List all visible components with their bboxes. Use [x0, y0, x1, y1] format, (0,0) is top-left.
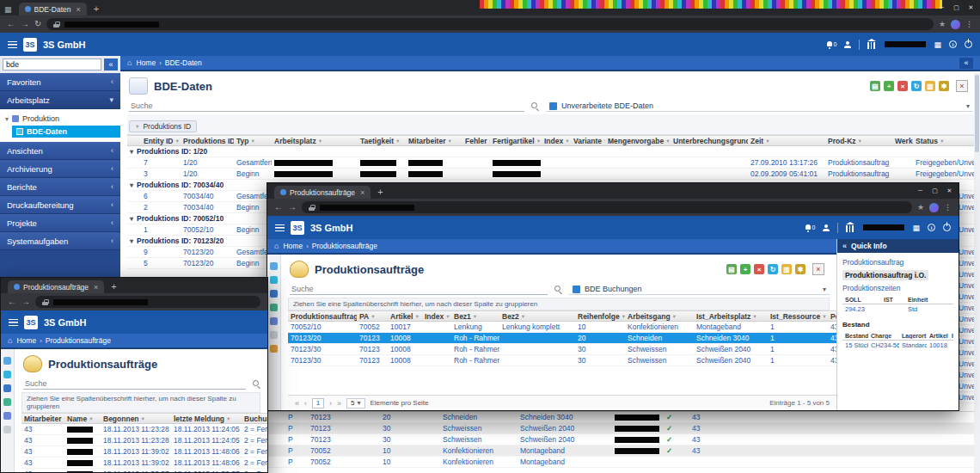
page-size-select[interactable]: 5▾ [346, 398, 364, 408]
table-row[interactable]: 15 StückCH234-567Standard10018 [842, 341, 953, 350]
logout-icon[interactable] [965, 40, 972, 48]
column-header[interactable]: Werk▼ [892, 137, 913, 145]
profile-avatar[interactable] [951, 20, 960, 29]
table-row[interactable]: 4318.11.2013 11:50:5718.11.2013 11:50:57… [21, 469, 267, 472]
group-chip[interactable]: ▼ Produktions ID [129, 120, 197, 132]
view-selector[interactable]: BDE Buchungen ▾ [569, 284, 830, 295]
filter-funnel-icon[interactable]: ▼ [445, 314, 450, 319]
delete-record-icon[interactable] [754, 264, 764, 274]
collapse-arrow-icon[interactable]: ▾ [130, 237, 133, 245]
tab-close-icon[interactable]: × [77, 5, 81, 14]
filter-funnel-icon[interactable]: ▼ [536, 138, 541, 144]
table-row[interactable]: P7012330SchweissenSchweißen 2040✓43 [268, 423, 980, 434]
sidebar-item-berichte[interactable]: Berichte‹ [0, 178, 120, 196]
page-close-button[interactable]: × [812, 263, 824, 275]
breadcrumb-item[interactable]: Home [16, 336, 36, 345]
browser-app-icon[interactable]: ▦ [4, 5, 12, 14]
rail-icon-3[interactable] [270, 290, 278, 298]
column-header[interactable]: Arbeitsgang▼ [625, 312, 694, 321]
bookmark-star-icon[interactable]: ★ [939, 20, 946, 28]
quickinfo-link-produktionsauftrag[interactable]: Produktionsauftrag [842, 258, 953, 267]
company-icon[interactable] [846, 225, 855, 232]
table-row[interactable]: 4318.11.2013 11:23:2818.11.2013 11:24:05… [21, 435, 267, 446]
sidebar-item-projekte[interactable]: Projekte‹ [0, 214, 120, 232]
column-header[interactable]: Artikel▼ [388, 312, 422, 321]
breadcrumb-item[interactable]: Home [136, 58, 156, 67]
refresh-icon[interactable] [911, 81, 922, 91]
filter-funnel-icon[interactable]: ▼ [447, 138, 451, 144]
back-icon[interactable]: ← [8, 298, 16, 306]
next-page-button[interactable]: › [329, 399, 332, 408]
column-header[interactable]: Idx [949, 333, 953, 339]
rail-icon-1[interactable] [270, 262, 278, 270]
filter-funnel-icon[interactable]: ▼ [141, 416, 145, 421]
filter-funnel-icon[interactable]: ▼ [175, 138, 179, 144]
column-header[interactable]: Artikel [927, 333, 949, 339]
scrollbar[interactable] [974, 73, 980, 473]
breadcrumb-item[interactable]: Home [283, 242, 303, 250]
logout-icon[interactable] [943, 224, 951, 231]
breadcrumb-item[interactable]: BDE-Daten [165, 58, 202, 67]
sidebar-item-systemaufgaben[interactable]: Systemaufgaben‹ [0, 232, 120, 250]
filter-funnel-icon[interactable]: ▼ [89, 416, 93, 421]
filter-funnel-icon[interactable]: ▼ [521, 314, 525, 319]
column-header[interactable]: Bestand [842, 333, 868, 339]
tree-item-produktion[interactable]: ▾ Produktion [0, 113, 120, 125]
scrollbar-thumb[interactable] [975, 75, 979, 152]
home-icon[interactable]: ⌂ [8, 336, 12, 345]
info-icon[interactable]: i [949, 40, 957, 48]
column-header[interactable]: Prod-Kz▼ [825, 137, 892, 145]
collapse-arrow-icon[interactable]: ▾ [130, 215, 133, 223]
rail-icon-3[interactable] [3, 384, 11, 392]
refresh-icon[interactable] [768, 264, 778, 274]
back-icon[interactable]: ← [7, 20, 15, 28]
filter-funnel-icon[interactable]: ▼ [672, 314, 677, 319]
table-row[interactable]: 4318.11.2013 11:39:0218.11.2013 11:48:06… [21, 446, 267, 458]
app-logo[interactable]: 3S [24, 316, 38, 329]
browser-menu-icon[interactable]: ⋮ [965, 20, 973, 28]
table-row[interactable]: 4318.11.2013 11:39:0218.11.2013 11:48:06… [21, 458, 267, 469]
address-bar[interactable] [35, 296, 260, 308]
collapse-arrow-icon[interactable]: ▾ [130, 181, 133, 189]
apps-grid-icon[interactable]: ▦ [912, 224, 920, 232]
column-header[interactable]: Ist_Ressource▼ [768, 312, 828, 321]
app-logo[interactable]: 3S [23, 38, 37, 52]
column-header[interactable]: Buchungs▼ [242, 415, 267, 423]
search-icon[interactable] [554, 286, 562, 293]
browser-tab-bde-daten[interactable]: BDE-Daten × [19, 3, 87, 15]
column-header[interactable]: Name▼ [64, 415, 101, 423]
browser-menu-icon[interactable]: ⋮ [944, 203, 952, 212]
forward-icon[interactable]: → [21, 20, 29, 28]
sidebar-item-druckaufbereitung[interactable]: Druckaufbereitung‹ [0, 196, 120, 214]
sidebar-search-input[interactable] [3, 58, 101, 71]
quick-info-header[interactable]: « Quick Info [837, 239, 959, 253]
sidebar-item-arbeitsplatz[interactable]: Arbeitsplatz▾ [0, 91, 120, 109]
table-row[interactable]: P7012330SchweissenSchweißen 2040✓43 [268, 434, 980, 445]
table-row[interactable]: 31/20Beginn02.09.2009 05:41:01Produktion… [127, 169, 980, 180]
minimize-button[interactable]: ─ [913, 185, 928, 196]
filter-funnel-icon[interactable]: ▼ [371, 314, 375, 319]
column-header[interactable]: Charge [868, 333, 899, 339]
page-close-button[interactable]: × [956, 80, 968, 92]
add-record-icon[interactable] [740, 264, 750, 274]
search-input[interactable] [129, 101, 524, 112]
breadcrumb-item[interactable]: Produktionsaufträge [312, 242, 377, 250]
column-header[interactable]: Index▼ [542, 137, 571, 145]
column-header[interactable]: SOLL [842, 297, 881, 303]
quickinfo-collapse-button[interactable]: « [959, 58, 973, 69]
column-header[interactable]: Bez2▼ [499, 312, 575, 321]
filter-funnel-icon[interactable]: ▼ [414, 314, 419, 319]
column-header[interactable]: Mitarbeiter▼ [21, 415, 64, 423]
filter-funnel-icon[interactable]: ▼ [250, 138, 254, 144]
filter-funnel-icon[interactable]: ▼ [822, 314, 826, 319]
rail-icon-4[interactable] [270, 304, 278, 311]
sidebar-item-ansichten[interactable]: Ansichten‹ [0, 142, 120, 160]
filter-funnel-icon[interactable]: ▼ [940, 138, 944, 144]
profile-avatar[interactable] [929, 203, 939, 212]
forward-icon[interactable]: → [21, 298, 30, 306]
rail-icon-4[interactable] [3, 398, 11, 406]
close-button[interactable]: ✕ [942, 185, 957, 196]
column-header[interactable]: Variante▼ [571, 137, 605, 145]
column-header[interactable]: Mengenvorgabe▼ [605, 137, 671, 145]
filter-funnel-icon[interactable]: ▼ [226, 416, 230, 421]
